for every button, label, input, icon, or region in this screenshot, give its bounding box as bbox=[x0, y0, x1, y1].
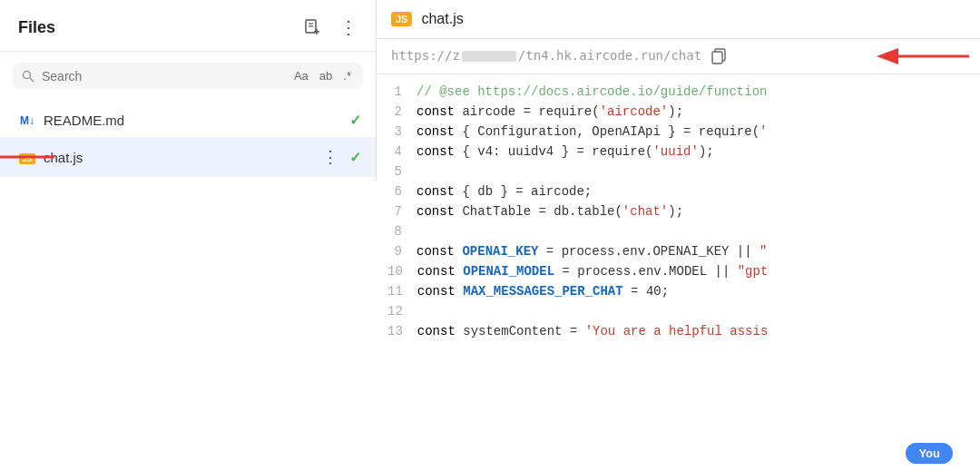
url-bar: https://z/tn4.hk.aircode.run/chat bbox=[377, 39, 980, 74]
search-bar: Aa ab .* bbox=[13, 63, 363, 89]
line-num-10: 10 bbox=[377, 261, 417, 281]
more-options-icon: ⋮ bbox=[339, 16, 358, 38]
line-num-1: 1 bbox=[377, 82, 416, 102]
copy-url-icon[interactable] bbox=[710, 46, 729, 64]
search-icon bbox=[22, 70, 34, 83]
search-regex[interactable]: .* bbox=[340, 68, 354, 83]
svg-rect-10 bbox=[712, 52, 722, 64]
line-num-7: 7 bbox=[377, 201, 416, 221]
code-line-3: 3 const { Configuration, OpenAIApi } = r… bbox=[377, 122, 980, 142]
line-content-6: const { db } = aircode; bbox=[416, 182, 592, 201]
file-list: M↓ README.md ✓ JS chat.js ⋮ ✓ bbox=[0, 100, 376, 181]
more-options-button[interactable]: ⋮ bbox=[336, 15, 361, 40]
file-item-chatjs[interactable]: JS chat.js ⋮ ✓ bbox=[0, 137, 376, 177]
line-num-5: 5 bbox=[377, 162, 416, 182]
line-content-9: const OPENAI_KEY = process.env.OPENAI_KE… bbox=[416, 241, 767, 261]
line-num-6: 6 bbox=[377, 182, 416, 201]
url-masked bbox=[462, 51, 516, 62]
svg-line-6 bbox=[30, 77, 34, 82]
line-num-3: 3 bbox=[377, 122, 416, 142]
file-item-readme[interactable]: M↓ README.md ✓ bbox=[0, 103, 376, 137]
sidebar-header: Files ⋮ bbox=[0, 0, 376, 52]
line-content-1: // @see https://docs.aircode.io/guide/fu… bbox=[416, 82, 767, 102]
line-content-13: const systemContent = 'You are a helpful… bbox=[417, 321, 768, 341]
url-end: /tn4.hk.aircode.run/chat bbox=[518, 48, 701, 63]
search-options: Aa ab .* bbox=[291, 68, 354, 83]
line-num-13: 13 bbox=[377, 321, 417, 341]
line-num-11: 11 bbox=[377, 281, 417, 301]
chatjs-check-icon: ✓ bbox=[349, 149, 361, 166]
line-content-10: const OPENAI_MODEL = process.env.MODEL |… bbox=[417, 261, 769, 281]
editor-area: JS chat.js https://z/tn4.hk.aircode.run/… bbox=[377, 0, 980, 471]
line-content-11: const MAX_MESSAGES_PER_CHAT = 40; bbox=[417, 281, 669, 301]
you-badge: You bbox=[906, 443, 953, 464]
editor-header: JS chat.js bbox=[377, 0, 980, 39]
readme-file-name: README.md bbox=[44, 113, 342, 128]
new-file-icon bbox=[304, 19, 320, 35]
line-content-7: const ChatTable = db.table('chat'); bbox=[416, 201, 683, 221]
chatjs-file-actions: ⋮ ✓ bbox=[318, 145, 361, 169]
sidebar: Files ⋮ bbox=[0, 0, 377, 471]
search-input[interactable] bbox=[42, 69, 284, 83]
line-num-2: 2 bbox=[377, 102, 416, 122]
code-line-2: 2 const aircode = require('aircode'); bbox=[377, 102, 980, 122]
code-line-5: 5 bbox=[377, 162, 980, 182]
code-area: 1 // @see https://docs.aircode.io/guide/… bbox=[377, 74, 980, 471]
readme-check-icon: ✓ bbox=[349, 112, 361, 129]
search-whole-word[interactable]: ab bbox=[317, 68, 335, 83]
line-num-4: 4 bbox=[377, 142, 416, 162]
url-start: https://z bbox=[391, 48, 460, 63]
chatjs-more-button[interactable]: ⋮ bbox=[318, 145, 342, 169]
code-line-8: 8 bbox=[377, 221, 980, 241]
editor-file-tab: chat.js bbox=[421, 11, 463, 27]
code-line-13: 13 const systemContent = 'You are a help… bbox=[377, 321, 980, 341]
url-arrow bbox=[889, 43, 971, 70]
line-content-12 bbox=[417, 301, 425, 321]
line-num-9: 9 bbox=[377, 241, 416, 261]
chatjs-arrow bbox=[0, 143, 54, 171]
line-num-8: 8 bbox=[377, 221, 416, 241]
chatjs-file-name: chat.js bbox=[44, 150, 311, 165]
line-content-3: const { Configuration, OpenAIApi } = req… bbox=[416, 122, 767, 142]
sidebar-title: Files bbox=[18, 18, 55, 37]
code-line-1: 1 // @see https://docs.aircode.io/guide/… bbox=[377, 82, 980, 102]
line-content-2: const aircode = require('aircode'); bbox=[416, 102, 683, 122]
code-line-9: 9 const OPENAI_KEY = process.env.OPENAI_… bbox=[377, 241, 980, 261]
line-content-4: const { v4: uuidv4 } = require('uuid'); bbox=[416, 142, 714, 162]
line-content-8 bbox=[416, 221, 424, 241]
readme-file-icon: M↓ bbox=[18, 114, 36, 127]
code-line-7: 7 const ChatTable = db.table('chat'); bbox=[377, 201, 980, 221]
code-line-4: 4 const { v4: uuidv4 } = require('uuid')… bbox=[377, 142, 980, 162]
url-text: https://z/tn4.hk.aircode.run/chat bbox=[391, 48, 701, 63]
code-line-12: 12 bbox=[377, 301, 980, 321]
search-case-sensitive[interactable]: Aa bbox=[291, 68, 311, 83]
line-content-5 bbox=[416, 162, 424, 182]
code-line-6: 6 const { db } = aircode; bbox=[377, 182, 980, 201]
code-line-10: 10 const OPENAI_MODEL = process.env.MODE… bbox=[377, 261, 980, 281]
file-sidebar: Files ⋮ bbox=[0, 0, 377, 181]
line-num-12: 12 bbox=[377, 301, 417, 321]
new-file-button[interactable] bbox=[299, 15, 325, 40]
sidebar-header-icons: ⋮ bbox=[299, 15, 361, 40]
readme-file-actions: ✓ bbox=[349, 112, 361, 129]
svg-point-5 bbox=[24, 71, 31, 78]
editor-js-badge: JS bbox=[391, 12, 412, 26]
code-line-11: 11 const MAX_MESSAGES_PER_CHAT = 40; bbox=[377, 281, 980, 301]
